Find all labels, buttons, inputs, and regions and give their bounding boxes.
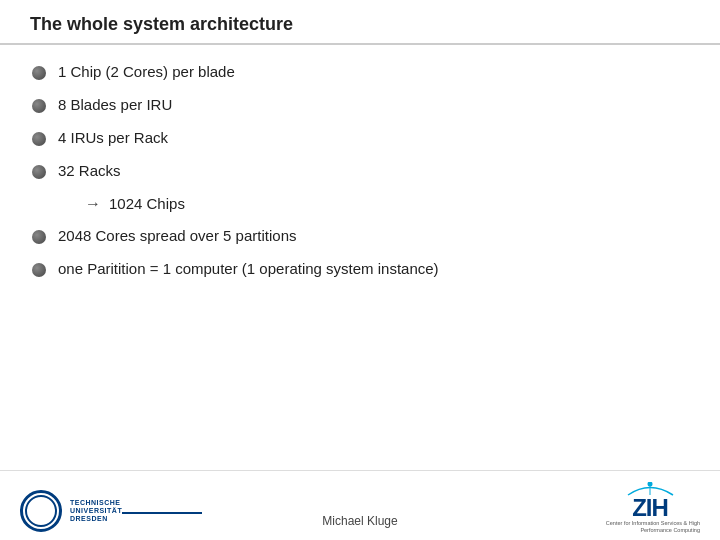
bullet-icon-3 (30, 130, 48, 148)
slide-header: The whole system architecture (0, 0, 720, 45)
list-item: 32 Racks (30, 162, 690, 181)
bullet-icon-1 (30, 64, 48, 82)
slide: The whole system architecture 1 Chip (2 … (0, 0, 720, 540)
bullet-icon-2 (30, 97, 48, 115)
list-item: 8 Blades per IRU (30, 96, 690, 115)
tu-line-3: DRESDEN (70, 515, 122, 523)
author-name: Michael Kluge (322, 514, 397, 528)
arrow-icon: → (85, 195, 101, 213)
tu-line-2: UNIVERSITÄT (70, 507, 122, 515)
list-item: 4 IRUs per Rack (30, 129, 690, 148)
circle-bullet (32, 66, 46, 80)
list-item: 1 Chip (2 Cores) per blade (30, 63, 690, 82)
list-item: 2048 Cores spread over 5 partitions (30, 227, 690, 246)
content-area: 1 Chip (2 Cores) per blade 8 Blades per … (0, 63, 720, 279)
circle-bullet (32, 165, 46, 179)
zih-sub-text: Center for Information Services & High P… (600, 520, 700, 534)
bullet-icon-6 (30, 261, 48, 279)
bullet-text-3: 4 IRUs per Rack (58, 129, 168, 146)
bullet-text-5: 2048 Cores spread over 5 partitions (58, 227, 296, 244)
zih-label: ZIH (632, 496, 668, 520)
bullet-icon-4 (30, 163, 48, 181)
bullet-text-6: one Paritition = 1 computer (1 operating… (58, 260, 439, 277)
sub-bullet-item: → 1024 Chips (85, 195, 690, 213)
bullet-list: 1 Chip (2 Cores) per blade 8 Blades per … (30, 63, 690, 181)
circle-bullet (32, 99, 46, 113)
footer-author: Michael Kluge (322, 514, 397, 528)
list-item: one Paritition = 1 computer (1 operating… (30, 260, 690, 279)
tu-line-1: TECHNISCHE (70, 499, 122, 507)
circle-bullet (32, 132, 46, 146)
tu-text: TECHNISCHE UNIVERSITÄT DRESDEN (70, 499, 122, 522)
circle-bullet (32, 263, 46, 277)
tu-circle-icon (20, 490, 62, 532)
zih-logo: ZIH Center for Information Services & Hi… (600, 482, 700, 534)
bullet-text-4: 32 Racks (58, 162, 121, 179)
bullet-list-2: 2048 Cores spread over 5 partitions one … (30, 227, 690, 279)
circle-bullet (32, 230, 46, 244)
svg-point-0 (647, 482, 652, 487)
footer: TECHNISCHE UNIVERSITÄT DRESDEN Michael K… (0, 470, 720, 540)
slide-title: The whole system architecture (30, 14, 690, 35)
bullet-text-1: 1 Chip (2 Cores) per blade (58, 63, 235, 80)
tu-dresden-logo: TECHNISCHE UNIVERSITÄT DRESDEN (20, 490, 202, 532)
sub-bullet-text: 1024 Chips (109, 195, 185, 212)
bullet-text-2: 8 Blades per IRU (58, 96, 172, 113)
bullet-icon-5 (30, 228, 48, 246)
tu-divider-line (122, 512, 202, 514)
